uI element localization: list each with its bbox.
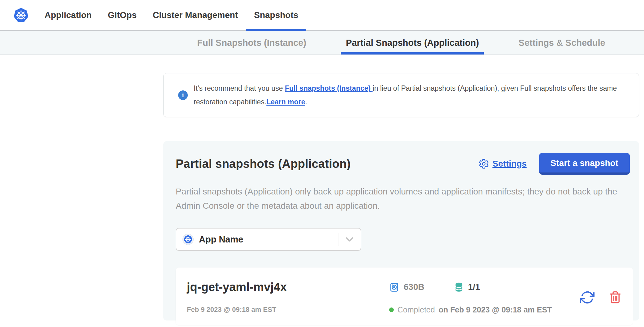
content-column: i It’s recommend that you use Full snaps…: [163, 73, 639, 320]
info-banner-text: It’s recommend that you use Full snapsho…: [194, 81, 626, 109]
page-title: Partial snapshots (Application): [176, 157, 479, 171]
snapshot-settings-link[interactable]: Settings: [479, 159, 526, 169]
nav-item-gitops[interactable]: GitOps: [100, 0, 144, 30]
gear-icon: [479, 159, 489, 169]
panel-header: Partial snapshots (Application) Settings…: [176, 153, 630, 175]
banner-text-suffix: .: [305, 98, 307, 106]
snapshot-actions: [580, 290, 622, 305]
tab-settings-schedule[interactable]: Settings & Schedule: [513, 31, 610, 54]
status-finished-timestamp: on Feb 9 2023 @ 09:18 am EST: [439, 305, 552, 314]
snapshot-status: Completed on Feb 9 2023 @ 09:18 am EST: [389, 305, 580, 314]
top-nav-items: Application GitOps Cluster Management Sn…: [36, 0, 306, 30]
start-snapshot-button[interactable]: Start a snapshot: [539, 153, 630, 175]
delete-snapshot-button[interactable]: [609, 291, 622, 304]
app-kubernetes-icon: [182, 234, 194, 245]
trash-icon: [609, 291, 622, 304]
snapshot-volumes-value: 1/1: [468, 282, 480, 292]
status-dot-icon: [389, 307, 394, 312]
learn-more-link[interactable]: Learn more: [266, 98, 305, 106]
database-icon: [454, 282, 464, 292]
settings-link-label: Settings: [492, 159, 526, 169]
partial-snapshots-panel: Partial snapshots (Application) Settings…: [163, 141, 639, 320]
snapshot-row: jq-get-yaml-mvj4x 630B: [176, 268, 633, 325]
snapshot-size-value: 630B: [404, 282, 424, 292]
panel-description: Partial snapshots (Application) only bac…: [176, 185, 629, 213]
snapshot-meta: 630B 1/1: [389, 282, 580, 292]
snapshots-sub-nav: Full Snapshots (Instance) Partial Snapsh…: [0, 31, 644, 55]
top-nav-bar: Application GitOps Cluster Management Sn…: [0, 0, 644, 31]
nav-item-cluster-management[interactable]: Cluster Management: [145, 0, 246, 30]
snapshot-size: 630B: [389, 282, 424, 292]
snapshot-name[interactable]: jq-get-yaml-mvj4x: [187, 281, 389, 294]
info-banner: i It’s recommend that you use Full snaps…: [163, 73, 639, 117]
snapshot-volumes: 1/1: [454, 282, 480, 292]
tab-partial-snapshots-application[interactable]: Partial Snapshots (Application): [341, 31, 484, 54]
full-snapshots-instance-link[interactable]: Full snapshots (Instance): [285, 84, 373, 92]
tab-full-snapshots-instance[interactable]: Full Snapshots (Instance): [192, 31, 311, 54]
status-label: Completed: [397, 305, 435, 314]
restore-icon: [580, 290, 595, 305]
info-icon: i: [178, 90, 188, 100]
app-select-value: App Name: [199, 234, 338, 245]
chevron-down-icon[interactable]: [338, 234, 361, 245]
restore-snapshot-button[interactable]: [580, 290, 595, 305]
kubernetes-logo-icon[interactable]: [13, 7, 29, 23]
app-name-select[interactable]: App Name: [176, 228, 361, 251]
snapshot-started-timestamp: Feb 9 2023 @ 09:18 am EST: [187, 306, 389, 314]
nav-item-snapshots[interactable]: Snapshots: [246, 0, 306, 30]
disk-icon: [389, 282, 399, 292]
nav-item-application[interactable]: Application: [36, 0, 100, 30]
banner-text-prefix: It’s recommend that you use: [194, 84, 285, 92]
